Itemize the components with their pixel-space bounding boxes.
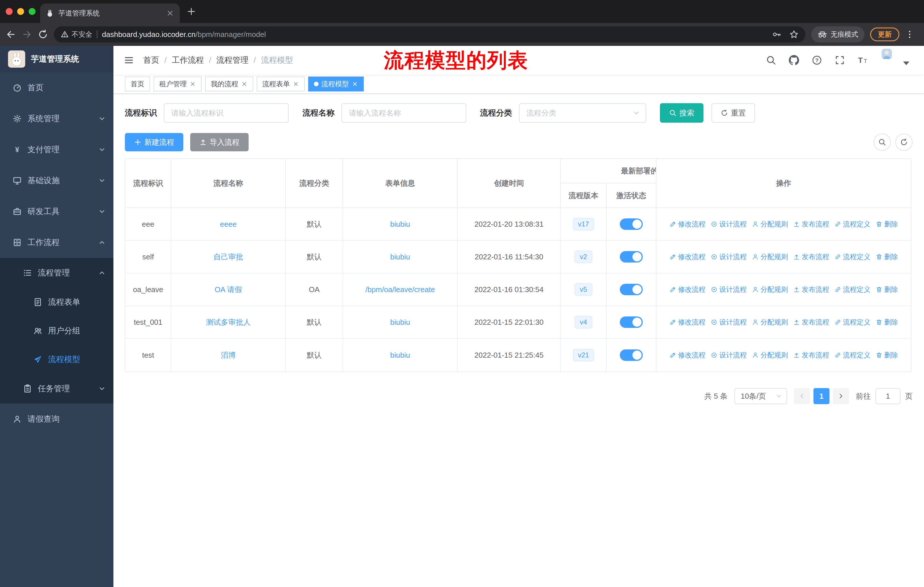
app-logo[interactable]: 芋道管理系统 [0,46,114,72]
prev-page-button[interactable] [794,388,810,404]
edit-action-link[interactable]: 修改流程 [669,252,705,261]
sidebar-item[interactable]: 流程模型 [0,345,114,374]
search-icon[interactable] [766,55,776,65]
process-name-link[interactable]: 自己审批 [213,252,243,262]
delete-action-link[interactable]: 删除 [876,351,898,360]
page-size-select[interactable]: 10条/页 [734,388,787,404]
definition-action-link[interactable]: 流程定义 [834,220,870,229]
sidebar-item[interactable]: 任务管理 [0,374,114,403]
goto-page-input[interactable] [875,388,901,404]
tag-item[interactable]: 首页 [125,76,150,91]
browser-tab[interactable]: 芋道管理系统 [40,3,180,23]
reload-icon[interactable] [38,29,48,40]
import-process-button[interactable]: 导入流程 [190,133,249,151]
publish-action-link[interactable]: 发布流程 [793,351,829,360]
delete-action-link[interactable]: 删除 [876,285,898,294]
bookmark-star-icon[interactable] [789,30,799,39]
breadcrumb-item[interactable]: 工作流程 [172,55,204,66]
publish-action-link[interactable]: 发布流程 [793,252,829,261]
assign-action-link[interactable]: 分配规则 [752,252,788,261]
current-page-button[interactable]: 1 [813,388,830,404]
form-link[interactable]: /bpm/oa/leave/create [365,285,435,294]
tag-item[interactable]: 我的流程 [205,76,253,91]
update-button[interactable]: 更新 [870,28,899,41]
next-page-button[interactable] [833,388,849,404]
sidebar-item[interactable]: 用户分组 [0,316,114,345]
breadcrumb-item[interactable]: 流程管理 [216,55,249,66]
tag-item[interactable]: 租户管理 [153,76,201,91]
security-chip[interactable]: 不安全 [61,30,92,39]
password-key-icon[interactable] [772,30,781,39]
definition-action-link[interactable]: 流程定义 [834,351,870,360]
definition-action-link[interactable]: 流程定义 [834,252,870,261]
publish-action-link[interactable]: 发布流程 [793,220,829,229]
process-name-link[interactable]: 测试多审批人 [206,317,251,327]
address-bar[interactable]: 不安全 dashboard.yudao.iocoder.cn/bpm/manag… [54,26,805,42]
forward-icon[interactable] [22,29,32,40]
form-link[interactable]: biubiu [390,220,410,229]
process-id-input[interactable] [164,103,289,123]
design-action-link[interactable]: 设计流程 [711,351,747,360]
tab-close-icon[interactable] [166,9,174,17]
edit-action-link[interactable]: 修改流程 [669,317,705,327]
sidebar-item[interactable]: 流程表单 [0,288,114,316]
tag-active[interactable]: 流程模型 [308,76,364,91]
fullscreen-icon[interactable] [835,55,845,65]
edit-action-link[interactable]: 修改流程 [669,220,705,229]
process-name-link[interactable]: OA 请假 [214,284,242,294]
status-toggle[interactable] [620,251,643,263]
process-name-link[interactable]: eeee [220,220,237,229]
status-toggle[interactable] [620,284,643,295]
sidebar-item[interactable]: 基础设施 [0,165,114,196]
browser-menu-icon[interactable] [905,30,914,39]
assign-action-link[interactable]: 分配规则 [752,317,788,327]
sidebar-item[interactable]: 工作流程 [0,227,114,258]
design-action-link[interactable]: 设计流程 [711,252,747,261]
show-search-button[interactable] [874,134,891,151]
process-name-link[interactable]: 滔博 [221,350,236,360]
publish-action-link[interactable]: 发布流程 [793,317,829,327]
help-icon[interactable]: ? [812,55,822,65]
process-name-input[interactable] [342,103,466,123]
search-button[interactable]: 搜索 [660,103,703,123]
sidebar-item[interactable]: 请假查询 [0,403,114,435]
sidebar-item[interactable]: ¥支付管理 [0,134,114,165]
user-avatar[interactable] [882,49,904,72]
breadcrumb-item[interactable]: 首页 [143,55,159,66]
create-process-button[interactable]: 新建流程 [125,133,183,151]
definition-action-link[interactable]: 流程定义 [834,317,870,327]
definition-action-link[interactable]: 流程定义 [834,285,870,294]
back-icon[interactable] [6,29,16,40]
assign-action-link[interactable]: 分配规则 [752,285,788,294]
sidebar-item[interactable]: 流程管理 [0,258,114,288]
font-size-icon[interactable]: TT [858,55,869,65]
assign-action-link[interactable]: 分配规则 [752,351,788,360]
refresh-table-button[interactable] [895,134,912,151]
github-icon[interactable] [789,55,799,65]
tag-item[interactable]: 流程表单 [257,76,305,91]
publish-action-link[interactable]: 发布流程 [793,285,829,294]
edit-action-link[interactable]: 修改流程 [669,351,705,360]
status-toggle[interactable] [620,218,643,230]
delete-action-link[interactable]: 删除 [876,252,898,261]
form-link[interactable]: biubiu [390,318,410,327]
sidebar-collapse-icon[interactable] [124,55,134,65]
edit-action-link[interactable]: 修改流程 [669,285,705,294]
sidebar-item[interactable]: 研发工具 [0,196,114,227]
minimize-window-button[interactable] [17,8,24,15]
status-toggle[interactable] [620,316,643,328]
delete-action-link[interactable]: 删除 [876,317,898,327]
form-link[interactable]: biubiu [390,351,410,360]
delete-action-link[interactable]: 删除 [876,220,898,229]
close-window-button[interactable] [6,8,13,15]
sidebar-item[interactable]: 系统管理 [0,103,114,134]
assign-action-link[interactable]: 分配规则 [752,220,788,229]
design-action-link[interactable]: 设计流程 [711,317,747,327]
reset-button[interactable]: 重置 [711,103,755,123]
new-tab-button[interactable] [187,7,196,16]
sidebar-item[interactable]: 首页 [0,72,114,103]
zoom-window-button[interactable] [29,8,36,15]
form-link[interactable]: biubiu [390,253,410,261]
design-action-link[interactable]: 设计流程 [711,285,747,294]
category-select[interactable]: 流程分类 [519,103,646,123]
